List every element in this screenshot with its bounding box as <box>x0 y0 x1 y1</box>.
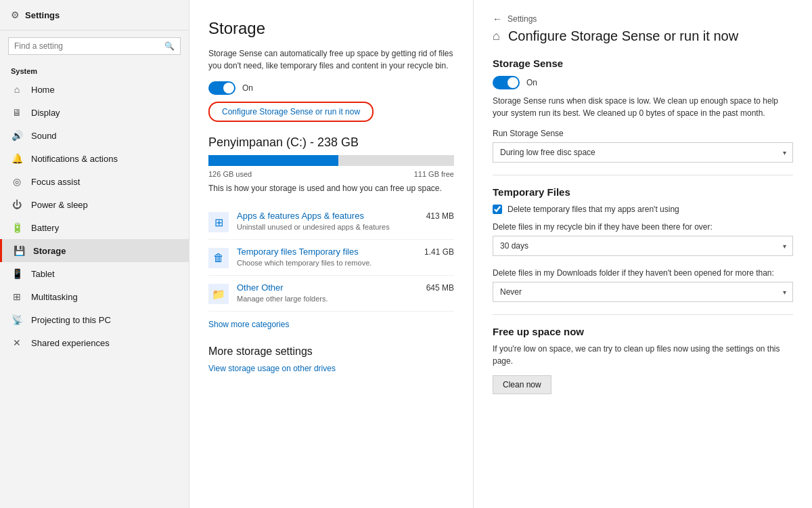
free-up-section: Free up space now If you're low on space… <box>493 326 793 394</box>
right-nav: ← Settings <box>493 14 793 24</box>
sound-icon: 🔊 <box>11 130 23 141</box>
delete-temp-row: Delete temporary files that my apps aren… <box>493 205 793 214</box>
display-icon: 🖥 <box>11 107 23 118</box>
sidebar-item-display[interactable]: 🖥 Display <box>0 101 189 124</box>
run-sense-dropdown-wrapper: During low free disc space Every day Eve… <box>493 142 793 163</box>
temp-icon: 🗑 <box>208 248 229 268</box>
downloads-label: Delete files in my Downloads folder if t… <box>493 268 793 278</box>
sidebar-title: Settings <box>25 10 60 20</box>
sidebar-nav: ⌂ Home 🖥 Display 🔊 Sound 🔔 Notifications… <box>0 78 189 354</box>
notifications-icon: 🔔 <box>11 153 23 164</box>
sidebar-item-projecting[interactable]: 📡 Projecting to this PC <box>0 308 189 331</box>
apps-name[interactable]: Apps & features Apps & features <box>237 211 364 221</box>
storage-sense-toggle[interactable] <box>208 81 235 95</box>
home-icon: ⌂ <box>11 84 23 95</box>
multitasking-icon: ⊞ <box>11 291 23 302</box>
show-more-categories-link[interactable]: Show more categories <box>208 320 454 329</box>
focus-icon: ◎ <box>11 176 23 187</box>
recycle-dropdown[interactable]: Never 1 day 14 days 30 days 60 days <box>493 236 793 256</box>
back-button[interactable]: ← <box>493 14 502 24</box>
other-desc: Manage other large folders. <box>237 295 454 303</box>
temp-header: Temporary files Temporary files 1.41 GB <box>237 247 454 257</box>
sidebar-item-sound[interactable]: 🔊 Sound <box>0 124 189 147</box>
run-sense-dropdown[interactable]: During low free disc space Every day Eve… <box>493 142 793 163</box>
sidebar-item-shared[interactable]: ✕ Shared experiences <box>0 331 189 354</box>
downloads-dropdown[interactable]: Never 1 day 14 days 30 days 60 days <box>493 282 793 302</box>
battery-icon: 🔋 <box>11 222 23 233</box>
sidebar-item-tablet[interactable]: 📱 Tablet <box>0 262 189 285</box>
divider-2 <box>493 314 793 315</box>
storage-bar-container <box>208 155 454 166</box>
other-header: Other Other 645 MB <box>237 282 454 293</box>
sidebar-item-label-power: Power & sleep <box>31 200 88 210</box>
search-icon: 🔍 <box>164 41 175 51</box>
used-label: 126 GB used <box>208 170 252 178</box>
storage-item-temp: 🗑 Temporary files Temporary files 1.41 G… <box>208 240 454 276</box>
other-name[interactable]: Other Other <box>237 282 284 293</box>
sidebar-item-multitasking[interactable]: ⊞ Multitasking <box>0 285 189 308</box>
sidebar-item-storage[interactable]: 💾 Storage <box>0 239 189 262</box>
recycle-dropdown-wrapper: Never 1 day 14 days 30 days 60 days ▾ <box>493 236 793 256</box>
apps-header: Apps & features Apps & features 413 MB <box>237 211 454 221</box>
sidebar-item-home[interactable]: ⌂ Home <box>0 78 189 101</box>
view-storage-link[interactable]: View storage usage on other drives <box>208 364 336 373</box>
sidebar-item-label-multitasking: Multitasking <box>31 292 78 302</box>
right-panel: ← Settings ⌂ Configure Storage Sense or … <box>474 0 812 508</box>
right-panel-title: Configure Storage Sense or run it now <box>508 28 738 44</box>
toggle-on-label: On <box>242 83 253 93</box>
apps-icon: ⊞ <box>208 212 229 232</box>
search-box[interactable]: 🔍 <box>8 37 181 55</box>
projecting-icon: 📡 <box>11 314 23 325</box>
recycle-label: Delete files in my recycle bin if they h… <box>493 222 793 232</box>
storage-usage-description: This is how your storage is used and how… <box>208 184 454 193</box>
free-up-description: If you're low on space, we can try to cl… <box>493 343 793 367</box>
search-input[interactable] <box>14 41 160 51</box>
other-size: 645 MB <box>426 283 454 293</box>
sidebar-item-notifications[interactable]: 🔔 Notifications & actions <box>0 147 189 170</box>
sidebar-item-label-battery: Battery <box>31 223 59 233</box>
more-storage-title: More storage settings <box>208 345 454 358</box>
sidebar-item-label-projecting: Projecting to this PC <box>31 315 111 325</box>
temp-size: 1.41 GB <box>424 247 454 257</box>
clean-now-button[interactable]: Clean now <box>493 375 551 394</box>
sidebar-item-focus[interactable]: ◎ Focus assist <box>0 170 189 193</box>
storage-title: Storage <box>208 19 454 38</box>
other-content: Other Other 645 MB Manage other large fo… <box>237 282 454 303</box>
storage-sense-heading: Storage Sense <box>493 58 793 69</box>
storage-item-other: 📁 Other Other 645 MB Manage other large … <box>208 276 454 312</box>
sidebar-item-power[interactable]: ⏻ Power & sleep <box>0 193 189 216</box>
sidebar-item-label-sound: Sound <box>31 131 57 141</box>
sidebar-item-label-focus: Focus assist <box>31 177 80 187</box>
downloads-dropdown-wrapper: Never 1 day 14 days 30 days 60 days ▾ <box>493 282 793 302</box>
storage-item-apps: ⊞ Apps & features Apps & features 413 MB… <box>208 204 454 240</box>
apps-desc: Uninstall unused or undesired apps & fea… <box>237 223 454 231</box>
right-storage-sense-toggle[interactable] <box>493 76 520 89</box>
storage-description-text: Storage Sense can automatically free up … <box>208 47 454 72</box>
sidebar-item-label-display: Display <box>31 108 60 118</box>
sidebar-header: ⚙ Settings <box>0 0 189 30</box>
sidebar-item-label-storage: Storage <box>33 246 66 256</box>
shared-icon: ✕ <box>11 337 23 348</box>
storage-sense-detail: Storage Sense runs when disk space is lo… <box>493 95 793 119</box>
sidebar-item-label-shared: Shared experiences <box>31 338 110 348</box>
sidebar-item-battery[interactable]: 🔋 Battery <box>0 216 189 239</box>
other-icon: 📁 <box>208 284 229 304</box>
sidebar-item-label-home: Home <box>31 85 55 95</box>
tablet-icon: 📱 <box>11 268 23 279</box>
apps-content: Apps & features Apps & features 413 MB U… <box>237 211 454 231</box>
right-panel-header: ⌂ Configure Storage Sense or run it now <box>493 28 793 44</box>
home-icon: ⌂ <box>493 29 500 43</box>
penyimpanan-title: Penyimpanan (C:) - 238 GB <box>208 135 454 150</box>
temp-name[interactable]: Temporary files Temporary files <box>237 247 359 257</box>
sidebar-item-label-tablet: Tablet <box>31 269 55 279</box>
settings-header-icon: ⚙ <box>11 9 20 20</box>
storage-bar-fill <box>208 155 338 166</box>
temp-content: Temporary files Temporary files 1.41 GB … <box>237 247 454 267</box>
system-label: System <box>0 62 189 78</box>
divider-1 <box>493 175 793 175</box>
sidebar: ⚙ Settings 🔍 System ⌂ Home 🖥 Display 🔊 S… <box>0 0 189 508</box>
right-toggle-label: On <box>526 78 537 87</box>
delete-temp-checkbox[interactable] <box>493 205 502 214</box>
apps-size: 413 MB <box>426 211 454 221</box>
configure-link[interactable]: Configure Storage Sense or run it now <box>208 102 374 122</box>
